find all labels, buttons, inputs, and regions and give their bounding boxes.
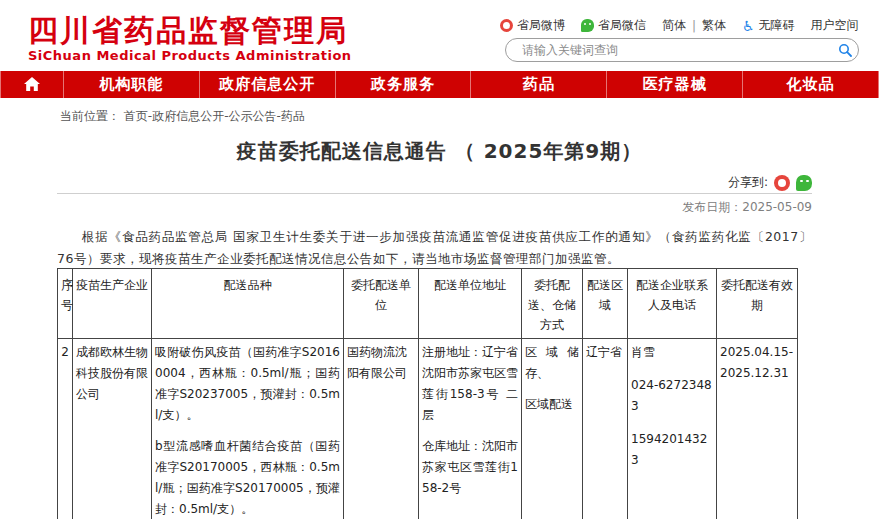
cell-seq: 2 bbox=[58, 339, 73, 519]
search-icon bbox=[838, 43, 852, 57]
cell-products: 吸附破伤风疫苗（国药准字S20160004，西林瓶：0.5ml/瓶；国药准字S2… bbox=[152, 339, 344, 519]
home-icon bbox=[24, 77, 40, 92]
col-header-carrier-address: 配送单位地址 bbox=[419, 269, 522, 339]
search-bar bbox=[505, 38, 859, 62]
simplified-link[interactable]: 简体 bbox=[662, 17, 686, 34]
language-switch: 简体 | 繁体 bbox=[662, 17, 726, 34]
breadcrumb-label: 当前位置： bbox=[60, 109, 120, 123]
col-header-region: 配送区域 bbox=[583, 269, 628, 339]
accessibility-icon: ♿ bbox=[742, 19, 755, 33]
breadcrumb-path[interactable]: 首页-政府信息公开-公示公告-药品 bbox=[124, 109, 305, 123]
site-title: 四川省药品监督管理局 bbox=[28, 16, 352, 46]
page-title: 疫苗委托配送信息通告 （ 2025年第9期） bbox=[0, 138, 879, 165]
col-header-validity: 委托配送有效期 bbox=[717, 269, 798, 339]
weibo-label: 省局微博 bbox=[517, 17, 565, 34]
wechat-label: 省局微信 bbox=[598, 17, 646, 34]
table-header-row: 序号 疫苗生产企业 配送品种 委托配送单位 配送单位地址 委托配送、仓储方式 配… bbox=[58, 269, 798, 339]
nav-item-cosmetics[interactable]: 化妆品 bbox=[742, 71, 879, 98]
page: 四川省药品监督管理局 SiChuan Medical Products Admi… bbox=[0, 0, 879, 519]
col-header-storage-mode: 委托配送、仓储方式 bbox=[522, 269, 583, 339]
table-row: 2 成都欧林生物科技股份有限公司 吸附破伤风疫苗（国药准字S20160004，西… bbox=[58, 339, 798, 519]
wechat-link[interactable]: 省局微信 bbox=[581, 17, 646, 34]
publish-date-label: 发布日期： bbox=[682, 200, 742, 214]
col-header-contact: 配送企业联系人及电话 bbox=[628, 269, 717, 339]
cell-storage-mode: 区域储存、区域配送 bbox=[522, 339, 583, 519]
notice-paragraph: 根据《食品药品监管总局 国家卫生计生委关于进一步加强疫苗流通监管促进疫苗供应工作… bbox=[57, 226, 812, 270]
share-label: 分享到: bbox=[728, 174, 768, 191]
share-row: 分享到: bbox=[57, 174, 812, 191]
nav-item-gov-services[interactable]: 政务服务 bbox=[335, 71, 471, 98]
user-space-link[interactable]: 用户空间 bbox=[811, 17, 859, 34]
share-wechat-icon[interactable] bbox=[796, 175, 812, 191]
nav-item-medical-devices[interactable]: 医疗器械 bbox=[606, 71, 742, 98]
nav-home[interactable] bbox=[0, 71, 63, 98]
publish-date: 发布日期：2025-05-09 bbox=[57, 199, 812, 216]
publish-date-value: 2025-05-09 bbox=[742, 200, 812, 214]
col-header-manufacturer: 疫苗生产企业 bbox=[73, 269, 152, 339]
col-header-seq: 序号 bbox=[58, 269, 73, 339]
cell-contact: 肖雪024-6272348315942014323 bbox=[628, 339, 717, 519]
search-input[interactable] bbox=[520, 42, 832, 58]
nav-item-gov-info-disclosure[interactable]: 政府信息公开 bbox=[199, 71, 335, 98]
wechat-icon bbox=[581, 19, 594, 32]
accessibility-label: 无障碍 bbox=[759, 17, 795, 34]
header-quicklinks: 省局微博 省局微信 简体 | 繁体 ♿ 无障碍 用户空间 bbox=[500, 17, 860, 34]
nav-item-agency-functions[interactable]: 机构职能 bbox=[63, 71, 199, 98]
search-button[interactable] bbox=[832, 40, 858, 60]
vaccine-delivery-table: 序号 疫苗生产企业 配送品种 委托配送单位 配送单位地址 委托配送、仓储方式 配… bbox=[57, 268, 798, 519]
site-logo[interactable]: 四川省药品监督管理局 SiChuan Medical Products Admi… bbox=[28, 16, 352, 62]
main-nav: 机构职能 政府信息公开 政务服务 药品 医疗器械 化妆品 bbox=[0, 71, 879, 98]
divider bbox=[57, 193, 812, 194]
weibo-link[interactable]: 省局微博 bbox=[500, 17, 565, 34]
col-header-products: 配送品种 bbox=[152, 269, 344, 339]
cell-region: 辽宁省 bbox=[583, 339, 628, 519]
cell-validity: 2025.04.15-2025.12.31 bbox=[717, 339, 798, 519]
site-subtitle: SiChuan Medical Products Administration bbox=[28, 49, 352, 62]
weibo-icon bbox=[500, 19, 513, 32]
cell-manufacturer: 成都欧林生物科技股份有限公司 bbox=[73, 339, 152, 519]
breadcrumb: 当前位置： 首页-政府信息公开-公示公告-药品 bbox=[60, 108, 305, 125]
cell-carrier-address: 注册地址：辽宁省沈阳市苏家屯区雪莲街158-3号 二层仓库地址：沈阳市苏家屯区雪… bbox=[419, 339, 522, 519]
cell-carrier: 国药物流沈阳有限公司 bbox=[344, 339, 419, 519]
traditional-link[interactable]: 繁体 bbox=[702, 17, 726, 34]
accessibility-link[interactable]: ♿ 无障碍 bbox=[742, 17, 795, 34]
col-header-carrier: 委托配送单位 bbox=[344, 269, 419, 339]
share-weibo-icon[interactable] bbox=[774, 175, 790, 191]
language-separator: | bbox=[692, 19, 696, 33]
user-space-label: 用户空间 bbox=[811, 17, 859, 34]
nav-item-drugs[interactable]: 药品 bbox=[470, 71, 606, 98]
